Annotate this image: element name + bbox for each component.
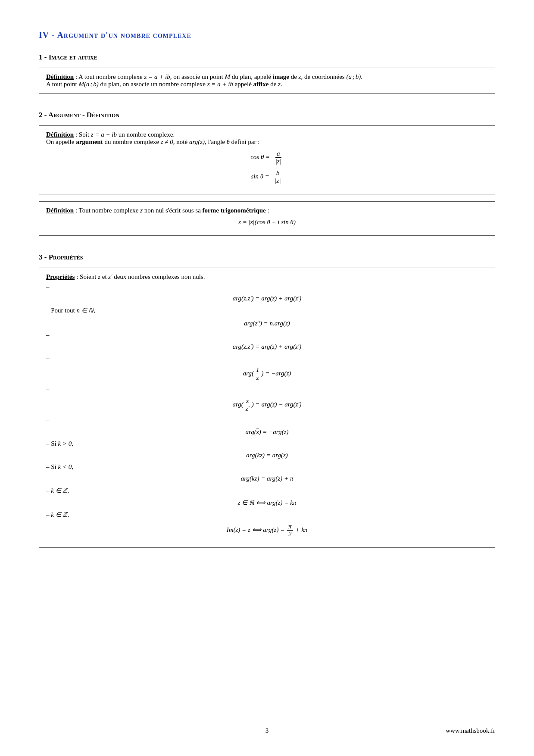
prop-formula-7: arg(kz) = arg(z) <box>46 452 488 459</box>
def2-line1: Définition : Soit z = a + ib un nombre c… <box>46 131 488 138</box>
def3-formula: z = |z|(cos θ + i sin θ) <box>46 219 488 226</box>
def1-text1: : A tout nombre complexe z = a + ib, on … <box>74 73 362 80</box>
frac-sin: b |z| <box>273 169 282 184</box>
prop-formula-8: arg(kz) = arg(z) + π <box>46 475 488 482</box>
prop-formula-2: arg(zn) = n.arg(z) <box>46 319 488 327</box>
prop-formula-9: z ∈ ℝ ⟺ arg(z) = kπ <box>46 499 488 506</box>
section2-title: 2 - Argument - Définition <box>39 111 495 119</box>
prop-formula-6: arg(z) = −arg(z) <box>46 428 488 436</box>
main-title: IV - Argument d'un nombre complexe <box>39 30 495 40</box>
def1-line1: Définition : A tout nombre complexe z = … <box>46 73 488 81</box>
prop-row-5: – <box>46 386 488 393</box>
prop-label: Propriétés <box>46 273 75 280</box>
prop-row-7: – Si k > 0, <box>46 440 488 447</box>
frac-1z: 1z <box>255 366 261 381</box>
prop-row-10: – k ∈ ℤ, <box>46 511 488 519</box>
prop-formula-10: Im(z) = z ⟺ arg(z) = π2 + kπ <box>46 523 488 538</box>
prop-formula-5: arg(zz′) = arg(z) − arg(z′) <box>46 397 488 412</box>
prop-formula-3: arg(z.z′) = arg(z) + arg(z′) <box>46 343 488 350</box>
def2-text1: : Soit z = a + ib un nombre complexe. <box>74 131 175 138</box>
prop-row-9: – k ∈ ℤ, <box>46 487 488 494</box>
def1-line2: A tout point M(a ; b) du plan, on associ… <box>46 81 488 88</box>
prop-row-4: – <box>46 355 488 362</box>
prop-row-2: – Pour tout n ∈ ℕ, <box>46 306 488 314</box>
def-label-1: Définition <box>46 73 74 80</box>
properties-box: Propriétés : Soient z et z′ deux nombres… <box>39 268 495 548</box>
prop-formula-4: arg(1z) = −arg(z) <box>46 366 488 381</box>
prop-row-8: – Si k < 0, <box>46 463 488 471</box>
frac-pi2: π2 <box>287 523 293 538</box>
footer-page-number: 3 <box>265 727 269 734</box>
def2-formula-cos: cos θ = a |z| <box>46 150 488 165</box>
definition-box-2: Définition : Soit z = a + ib un nombre c… <box>39 125 495 194</box>
def2-line2: On appelle argument du nombre complexe z… <box>46 138 488 146</box>
prop-row-6: – <box>46 417 488 424</box>
def2-formula-sin: sin θ = b |z| <box>46 169 488 184</box>
def3-text1: : Tout nombre complexe z non nul s'écrit… <box>74 207 269 214</box>
definition-box-1: Définition : A tout nombre complexe z = … <box>39 68 495 94</box>
def1-text2: A tout point M(a ; b) du plan, on associ… <box>46 81 282 87</box>
section1-title: 1 - Image et affixe <box>39 53 495 62</box>
def-label-3: Définition <box>46 207 74 214</box>
prop-row-3: – <box>46 331 488 339</box>
frac-z-zprime: zz′ <box>244 397 251 412</box>
definition-box-3: Définition : Tout nombre complexe z non … <box>39 201 495 236</box>
def-label-2: Définition <box>46 131 74 138</box>
section3-title: 3 - Propriétés <box>39 253 495 262</box>
prop-formula-1: arg(z.z′) = arg(z) + arg(z′) <box>46 295 488 302</box>
def3-line1: Définition : Tout nombre complexe z non … <box>46 207 488 214</box>
footer-website: www.mathsbook.fr <box>446 727 495 734</box>
prop-row-1: – <box>46 283 488 291</box>
prop-intro: Propriétés : Soient z et z′ deux nombres… <box>46 273 488 281</box>
prop-intro-text: : Soient z et z′ deux nombres complexes … <box>75 273 205 280</box>
frac-cos: a |z| <box>274 150 283 165</box>
